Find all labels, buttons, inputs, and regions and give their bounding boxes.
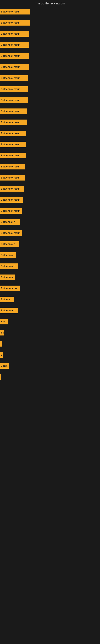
bar-row: Bottleneck <box>0 250 100 260</box>
bar-row: Bottleneck result <box>0 94 100 106</box>
bottleneck-bar: Bo <box>0 330 4 336</box>
bar-label: Bottleneck result <box>1 198 20 201</box>
bar-row: Bottleneck result <box>0 39 100 50</box>
bar-label: Bottleneck result <box>1 187 20 190</box>
bar-row: Bottle <box>0 360 100 371</box>
bottleneck-bar: Bottlene <box>0 297 14 302</box>
bar-label: Bottleneck result <box>1 44 20 46</box>
bottleneck-bar: Bottleneck result <box>0 153 26 158</box>
bar-row: Bottleneck result <box>0 194 100 205</box>
bar-label: Bottleneck result <box>1 232 20 234</box>
bar-label: Bottle <box>1 364 8 367</box>
bottleneck-bar: | <box>0 374 1 380</box>
site-title: TheBottlenecker.com <box>0 0 100 6</box>
bar-row: | <box>0 371 100 382</box>
bottleneck-bar: Bottleneck result <box>0 9 30 14</box>
bar-row: Bottleneck r <box>0 260 100 272</box>
bar-label: Bottleneck result <box>1 176 20 179</box>
bottleneck-bar: Bottleneck result <box>0 86 28 92</box>
bar-label: Bottleneck result <box>1 210 20 212</box>
bottleneck-bar: Bottleneck result <box>0 175 25 180</box>
bar-row: Bo <box>0 327 100 338</box>
bottleneck-bar: Bottleneck r <box>0 241 19 247</box>
bar-row: Bottleneck result <box>0 205 100 216</box>
bar-row: Bottleneck r <box>0 216 100 228</box>
bar-label: Bottleneck result <box>1 32 20 35</box>
bottleneck-bar: Bottleneck result <box>0 130 26 136</box>
bar-row: Bottleneck result <box>0 50 100 62</box>
bar-row: Bottleneck result <box>0 161 100 172</box>
bar-label: Bott <box>1 320 6 323</box>
bottleneck-bar: Bottleneck result <box>0 120 27 125</box>
bar-row: Bottleneck <box>0 272 100 283</box>
bar-label: Bottleneck result <box>1 77 20 80</box>
bar-row: Bottleneck result <box>0 6 100 17</box>
bar-row: Bottlene <box>0 294 100 305</box>
bar-label: Bottleneck r <box>1 265 15 268</box>
bar-label: Bottleneck result <box>1 143 20 146</box>
bar-row: Bottleneck result <box>0 228 100 238</box>
bar-row: Bottleneck result <box>0 84 100 94</box>
bar-row: Bottleneck r <box>0 305 100 316</box>
bottleneck-bar: Bottleneck result <box>0 20 30 26</box>
bar-row: Bottleneck res <box>0 283 100 294</box>
bottleneck-bar: Bottleneck result <box>0 142 26 147</box>
bar-row: Bottleneck result <box>0 106 100 117</box>
bottleneck-bar: Bottleneck <box>0 252 16 258</box>
bottleneck-bar: Bott <box>0 319 8 324</box>
bar-label: Bottleneck result <box>1 121 20 124</box>
bar-label: | <box>1 342 1 345</box>
bottleneck-bar: Bottleneck result <box>0 186 24 192</box>
bar-label: Bottleneck result <box>1 154 20 157</box>
bar-row: Bott <box>0 316 100 327</box>
bottleneck-bar: Bottleneck r <box>0 308 18 313</box>
bottleneck-bar: Bottleneck result <box>0 42 29 48</box>
bottleneck-bar: Bottleneck result <box>0 208 22 214</box>
bottleneck-bar: Bottle <box>0 363 9 369</box>
site-title-bar: TheBottlenecker.com <box>0 0 100 6</box>
bottleneck-bar: Bottleneck result <box>0 75 28 81</box>
bar-row: Bottleneck result <box>0 17 100 28</box>
bar-row: Bottleneck result <box>0 117 100 128</box>
bar-label: Bottleneck result <box>1 132 20 135</box>
bar-label: Bottleneck result <box>1 99 20 102</box>
bar-label: Bottleneck result <box>1 21 20 24</box>
bottleneck-bar: B <box>0 352 3 358</box>
bar-label: B <box>1 354 2 356</box>
bar-label: Bo <box>1 331 4 334</box>
bar-row: Bottleneck result <box>0 139 100 150</box>
bottleneck-bar: Bottleneck result <box>0 108 27 114</box>
bar-label: Bottleneck result <box>1 88 20 90</box>
bottleneck-bar: Bottleneck <box>0 274 15 280</box>
bar-row: Bottleneck result <box>0 128 100 139</box>
bar-label: | <box>1 376 1 378</box>
bottleneck-bar: Bottleneck result <box>0 64 29 70</box>
bar-label: Bottleneck res <box>1 287 17 290</box>
bar-row: Bottleneck result <box>0 28 100 39</box>
bar-label: Bottleneck r <box>1 220 15 224</box>
bottleneck-bar: Bottleneck result <box>0 164 25 170</box>
bar-label: Bottleneck r <box>1 309 15 312</box>
bottleneck-bar: Bottleneck result <box>0 31 29 37</box>
bottleneck-bar: Bottleneck r <box>0 219 20 225</box>
bar-label: Bottleneck result <box>1 66 20 68</box>
bar-label: Bottleneck result <box>1 165 20 168</box>
bar-row: Bottleneck result <box>0 62 100 72</box>
bar-label: Bottleneck result <box>1 54 20 57</box>
bottleneck-bar: Bottleneck res <box>0 286 20 291</box>
bottleneck-bar: Bottleneck result <box>0 230 22 236</box>
bar-label: Bottleneck r <box>1 243 15 246</box>
bar-label: Bottleneck result <box>1 110 20 113</box>
bar-label: Bottleneck result <box>1 10 20 13</box>
bottleneck-bar: Bottleneck r <box>0 264 18 269</box>
bar-row: Bottleneck result <box>0 172 100 183</box>
bottleneck-bar: | <box>0 341 1 346</box>
bar-row: Bottleneck r <box>0 238 100 250</box>
bottleneck-bar: Bottleneck result <box>0 53 29 59</box>
bar-label: Bottlene <box>1 298 10 301</box>
bar-row: Bottleneck result <box>0 183 100 194</box>
bar-row: Bottleneck result <box>0 72 100 84</box>
bar-row: | <box>0 338 100 349</box>
bar-row: Bottleneck result <box>0 150 100 161</box>
bar-label: Bottleneck <box>1 276 13 279</box>
